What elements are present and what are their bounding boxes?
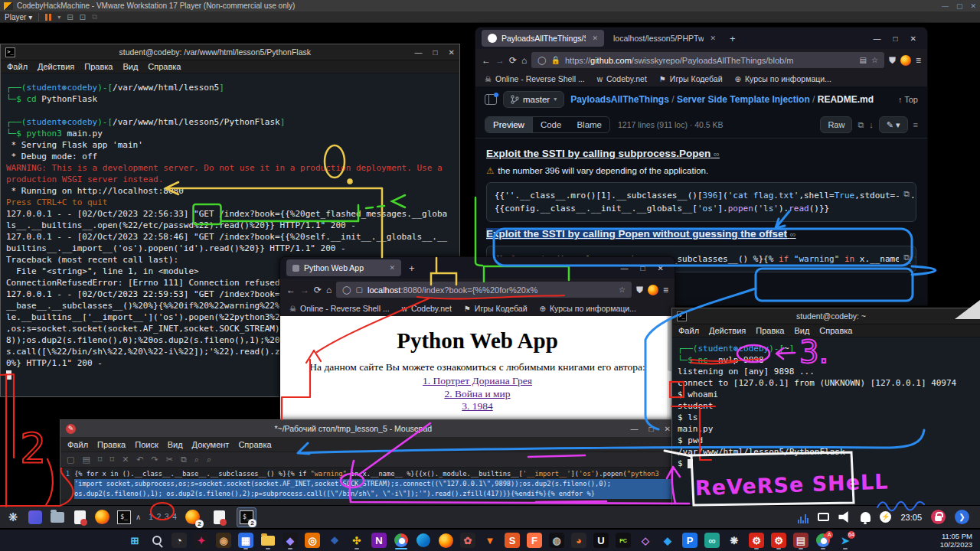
home-icon[interactable]: ⌂ — [521, 55, 527, 66]
menu-item-Правка[interactable]: Правка — [97, 440, 126, 449]
menu-item-Действия[interactable]: Действия — [38, 62, 74, 71]
minimize-icon[interactable]: — — [621, 264, 629, 272]
menu-item-Вид[interactable]: Вид — [122, 62, 138, 71]
taskbar-launchers[interactable]: ❋$_ — [5, 509, 132, 526]
sublime-icon[interactable]: S — [503, 531, 521, 549]
window-button-terminal[interactable]: $_2 — [237, 507, 256, 527]
session-icon[interactable]: ❯ — [955, 510, 969, 524]
mousepad-window[interactable]: ✎ *~/Рабочий стол/tmp_lesson_5 - Mousepa… — [60, 419, 677, 507]
menu-item-Правка[interactable]: Правка — [756, 326, 784, 335]
menu-item-Документ[interactable]: Документ — [192, 440, 230, 449]
menu-item-Справка[interactable]: Справка — [148, 62, 181, 71]
minimize-icon[interactable]: — — [415, 48, 423, 57]
fdm-icon[interactable]: F — [525, 531, 544, 549]
undo-icon[interactable]: ↶ — [136, 455, 143, 465]
breadcrumb[interactable]: PayloadsAllTheThings / Server Side Templ… — [570, 94, 874, 105]
chevron-up-icon[interactable]: ∧ — [136, 513, 141, 521]
hack-tool-1-icon[interactable]: ⚙ — [747, 531, 766, 549]
bookmarks-bar[interactable]: ☠Online - Reverse Shell ...wCodeby.net⚑И… — [475, 71, 927, 86]
tab-bar[interactable]: PayloadsAllTheThings/Se ✕ localhost/less… — [475, 28, 927, 49]
host-taskbar[interactable]: ⊞◔✦◉▦◆◎❖✣N✿▼SF◍◕UPC◇◆P∞❋⚙⚙▤A➤64 11:05 PM… — [0, 530, 980, 551]
close-tab-icon[interactable]: ✕ — [592, 34, 598, 42]
telegram-icon[interactable]: ➤64 — [836, 531, 854, 549]
bookmark--[interactable]: ⚑Игры Кодебай — [464, 304, 528, 313]
send-keys-icon[interactable]: ⊟ — [67, 13, 73, 21]
window-controls[interactable]: — □ ✕ — [621, 264, 668, 272]
vmware-window-controls[interactable]: — ▢ ✕ — [942, 2, 976, 10]
shield-icon[interactable]: ◯ — [342, 285, 351, 294]
bookmark-codeby-net[interactable]: wCodeby.net — [402, 304, 452, 313]
copy-icon[interactable]: ⧉ — [858, 120, 864, 130]
display-icon[interactable] — [818, 513, 829, 521]
minimize-icon[interactable]: — — [942, 2, 949, 10]
firefox-account-icon[interactable] — [648, 285, 658, 295]
p-app-icon[interactable]: P — [681, 531, 699, 549]
extensions-shield-icon[interactable]: ⛊ — [636, 285, 643, 295]
close-doc-icon[interactable]: ✕ — [122, 455, 129, 465]
edit-button[interactable]: ✎ ▾ — [879, 116, 908, 133]
minimize-icon[interactable]: — — [631, 425, 639, 433]
menu-icon[interactable]: ≡ — [916, 55, 921, 66]
resolve-icon[interactable]: ✿ — [459, 531, 477, 549]
heading-popen-offset[interactable]: Exploit the SSTI by calling Popen withou… — [486, 228, 916, 240]
tab-blame[interactable]: Blame — [569, 117, 609, 132]
tab-payloadsallthethings[interactable]: PayloadsAllTheThings/Se ✕ — [482, 30, 604, 47]
maximize-icon[interactable]: □ — [649, 425, 654, 433]
host-clock[interactable]: 11:05 PM 10/2/2023 — [940, 532, 972, 549]
visual-studio-icon[interactable]: ◇ — [636, 531, 655, 549]
tab-preview[interactable]: Preview — [485, 117, 533, 132]
fullscreen-icon[interactable]: ⊡ — [80, 13, 86, 21]
redo-icon[interactable]: ↷ — [152, 455, 158, 465]
portrait-app-icon[interactable]: ◉ — [214, 531, 233, 549]
bookmark-online-reverse-shell-[interactable]: ☠Online - Reverse Shell ... — [485, 74, 585, 83]
maximize-icon[interactable]: □ — [433, 48, 438, 57]
outline-icon[interactable]: ≡ — [913, 120, 918, 129]
branch-selector[interactable]: master▾ — [503, 91, 564, 108]
forward-icon[interactable]: → — [300, 285, 309, 295]
file-manager-launcher[interactable] — [49, 509, 66, 526]
terminal-titlebar[interactable]: >_ student@codeby: ~ — [672, 308, 980, 324]
pause-button[interactable] — [45, 14, 51, 21]
onenote-icon[interactable]: N — [370, 531, 388, 549]
extensions-shield-icon[interactable]: ⛊ — [889, 55, 896, 66]
notifications-icon[interactable] — [861, 512, 871, 522]
bookmark-star-icon[interactable]: ☆ — [871, 56, 878, 64]
search-replace-icon[interactable]: ⌕ — [207, 455, 211, 465]
shield-icon[interactable]: ◯ — [537, 56, 546, 64]
bookmark--[interactable]: ⚑Игры Кодебай — [659, 74, 723, 83]
hack-tool-2-icon[interactable]: ⚙ — [769, 531, 788, 549]
close-tab-icon[interactable]: ✕ — [710, 34, 716, 42]
close-icon[interactable]: ✕ — [658, 264, 664, 272]
vm-taskbar[interactable]: ❋$_ ∧ 1 2 3 4 2$_2 ⚡ 23:05 ❯ — [0, 505, 980, 528]
cpu-graph-icon[interactable] — [798, 511, 808, 523]
toolbox-icon[interactable]: ▤ — [792, 531, 810, 549]
terminal-output[interactable]: ┌──(student⊛codeby)-[~]└─$ nc -nvlp 9898… — [672, 337, 980, 469]
bookmark-online-reverse-shell-[interactable]: ☠Online - Reverse Shell ... — [289, 304, 390, 313]
keepass-lock-icon[interactable] — [931, 510, 946, 524]
copy-icon[interactable]: ⧉ — [899, 187, 910, 201]
navigation-bar[interactable]: ← → ⟳ ⌂ ◯ ▢ localhost:8080/index?book={%… — [280, 279, 675, 301]
window-controls[interactable]: — □ ✕ — [631, 425, 671, 433]
maximize-icon[interactable]: ▢ — [956, 2, 963, 10]
new-tab-button[interactable]: + — [725, 33, 740, 44]
new-file-icon[interactable]: ▢ — [67, 455, 74, 465]
menu-item-Вид[interactable]: Вид — [168, 440, 183, 449]
view-tabs[interactable]: Preview Code Blame — [485, 116, 610, 133]
teal-app-icon[interactable]: ∞ — [703, 531, 721, 549]
close-tab-icon[interactable]: ✕ — [389, 264, 395, 272]
mousepad-editor[interactable]: 1 {% for x in ().__class__.__base__.__su… — [60, 468, 676, 499]
unreal-icon[interactable]: U — [592, 531, 610, 549]
speedtest-icon[interactable]: ◔ — [170, 531, 188, 549]
start-icon[interactable]: ⊞ — [126, 531, 144, 549]
file-actions[interactable]: Raw ⧉ ↓ ✎ ▾ ≡ — [820, 116, 918, 133]
save-as-icon[interactable]: ⌑ — [109, 455, 114, 465]
blender-icon[interactable]: ◕ — [570, 531, 588, 549]
tab-python-web-app[interactable]: Python Web App ✕ — [286, 259, 401, 276]
code-block-popen[interactable]: {{''.__class__.mro()[1].__subclasses__()… — [486, 182, 916, 222]
volume-icon[interactable] — [838, 511, 851, 523]
reload-icon[interactable]: ⟳ — [314, 285, 322, 295]
cinema4d-icon[interactable]: ◍ — [547, 531, 566, 549]
terminal-launcher[interactable]: $_ — [116, 509, 132, 526]
close-icon[interactable]: ✕ — [970, 2, 976, 10]
open-file-icon[interactable]: ▤ — [82, 455, 90, 465]
